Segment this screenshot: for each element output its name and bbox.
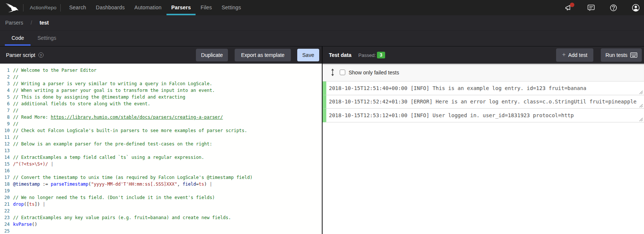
resize-grip-icon[interactable] <box>639 104 643 108</box>
code-line-16: 16 <box>0 167 322 174</box>
top-nav: ActionRepo SearchDashboardsAutomationPar… <box>0 0 644 15</box>
plus-icon: + <box>562 51 565 58</box>
nav-item-files[interactable]: Files <box>196 0 217 15</box>
code-line-19: 19 <box>0 187 322 194</box>
export-template-button[interactable]: Export as template <box>235 49 291 61</box>
code-line-8: 8// Read More: https://library.humio.com… <box>0 114 322 121</box>
run-tests-button[interactable]: Run tests <box>601 48 642 62</box>
parser-help-icon[interactable]: ? <box>38 52 44 58</box>
line-number-6: 6 <box>0 100 10 107</box>
code-line-22: 22 <box>0 208 322 214</box>
parser-script-title: Parser script ? <box>6 47 44 64</box>
announcements-icon[interactable] <box>564 3 573 12</box>
duplicate-button[interactable]: Duplicate <box>196 49 228 61</box>
crowdstrike-falcon-logo[interactable] <box>4 3 19 13</box>
code-line-15: 15/^(?<ts>\S+)/ | <box>0 161 322 167</box>
resize-grip-icon[interactable] <box>639 118 643 121</box>
line-number-25: 25 <box>0 228 10 234</box>
line-number-1: 1 <box>0 67 10 74</box>
keyboard-icon <box>630 52 637 58</box>
code-line-1: 1// Welcome to the Parser Editor <box>0 67 322 74</box>
code-line-2: 2// <box>0 74 322 80</box>
add-test-button[interactable]: +Add test <box>556 48 593 62</box>
show-failed-checkbox[interactable] <box>340 70 345 75</box>
line-number-4: 4 <box>0 87 10 94</box>
line-number-8: 8 <box>0 114 10 121</box>
code-line-12: 12// Below is an example parser for the … <box>0 141 322 147</box>
nav-separator <box>23 4 23 12</box>
code-line-14: 14// ExtractExamples a temp field called… <box>0 154 322 161</box>
resize-grip-icon[interactable] <box>639 90 643 94</box>
tab-settings[interactable]: Settings <box>31 31 63 46</box>
code-line-18: 18@timestamp := parseTimestamp("yyyy-MM-… <box>0 181 322 187</box>
parser-code-editor[interactable]: 1// Welcome to the Parser Editor2//3// W… <box>0 64 322 234</box>
account-icon[interactable] <box>631 3 640 12</box>
nav-item-dashboards[interactable]: Dashboards <box>91 0 130 15</box>
line-number-21: 21 <box>0 201 10 208</box>
test-case-text-2: 2018-10-15T12:52:42+01:30 [ERROR] Here i… <box>329 99 637 105</box>
code-line-3: 3// Writing a parser is very similar to … <box>0 80 322 87</box>
code-line-7: 7// <box>0 107 322 114</box>
line-number-11: 11 <box>0 134 10 141</box>
line-number-5: 5 <box>0 94 10 100</box>
test-filter-row: Show only failed tests <box>323 64 644 81</box>
line-number-12: 12 <box>0 141 10 147</box>
line-number-13: 13 <box>0 147 10 154</box>
passed-count-badge: 3 <box>377 52 385 58</box>
parser-toolbar: Parser script ? Duplicate Export as temp… <box>0 47 322 64</box>
line-number-9: 9 <box>0 121 10 127</box>
notification-dot <box>570 3 574 7</box>
code-line-5: 5// This is done by assigning the @times… <box>0 94 322 100</box>
tab-bar: CodeSettings <box>0 30 644 47</box>
line-number-22: 22 <box>0 208 10 214</box>
toolbar: Parser script ? Duplicate Export as temp… <box>0 47 644 64</box>
line-number-19: 19 <box>0 187 10 194</box>
line-number-10: 10 <box>0 127 10 134</box>
line-number-18: 18 <box>0 181 10 187</box>
nav-item-search[interactable]: Search <box>64 0 91 15</box>
line-number-20: 20 <box>0 194 10 201</box>
line-number-7: 7 <box>0 107 10 114</box>
nav-item-settings[interactable]: Settings <box>217 0 246 15</box>
test-case-row-3[interactable]: 2018-10-15T12:53:12+01:00 [INFO] User lo… <box>323 109 644 122</box>
breadcrumb-parsers[interactable]: Parsers <box>5 20 23 26</box>
save-button[interactable]: Save <box>297 49 319 61</box>
help-icon[interactable] <box>609 3 618 12</box>
line-number-2: 2 <box>0 74 10 80</box>
test-case-text-1: 2018-10-15T12:51:40+00:00 [INFO] This is… <box>329 85 586 91</box>
code-line-10: 10// Check out Falcon LogScale's built-i… <box>0 127 322 134</box>
nav-icons <box>564 0 640 15</box>
line-number-15: 15 <box>0 161 10 167</box>
resize-vertical-icon[interactable] <box>330 68 335 76</box>
breadcrumb-separator: / <box>31 20 32 26</box>
line-number-23: 23 <box>0 214 10 221</box>
code-line-23: 23// ExtractExamples any key value pairs… <box>0 214 322 221</box>
main-content: 1// Welcome to the Parser Editor2//3// W… <box>0 64 644 234</box>
line-number-24: 24 <box>0 221 10 228</box>
line-number-16: 16 <box>0 167 10 174</box>
repo-name[interactable]: ActionRepo <box>30 5 57 10</box>
passed-label: Passed: <box>358 47 376 64</box>
test-panel: Show only failed tests 2018-10-15T12:51:… <box>323 64 644 234</box>
line-number-14: 14 <box>0 154 10 161</box>
breadcrumb-current: test <box>39 20 49 26</box>
code-line-20: 20// We no longer need the ts field. (Do… <box>0 194 322 201</box>
breadcrumb: Parsers / test <box>0 15 644 30</box>
parser-script-label: Parser script <box>6 52 35 58</box>
code-line-24: 24kvParse() <box>0 221 322 228</box>
test-case-row-2[interactable]: 2018-10-15T12:52:42+01:30 [ERROR] Here i… <box>323 95 644 109</box>
test-case-row-1[interactable]: 2018-10-15T12:51:40+00:00 [INFO] This is… <box>323 81 644 95</box>
test-case-text-3: 2018-10-15T12:53:12+01:00 [INFO] User lo… <box>329 112 574 118</box>
nav-separator-2 <box>60 4 61 12</box>
tab-code[interactable]: Code <box>5 31 31 46</box>
code-line-13: 13 <box>0 147 322 154</box>
nav-item-parsers[interactable]: Parsers <box>166 0 196 15</box>
code-line-17: 17// Convert the timestamp to unix time … <box>0 174 322 181</box>
chat-icon[interactable] <box>587 3 596 12</box>
nav-item-automation[interactable]: Automation <box>130 0 166 15</box>
nav-menu: SearchDashboardsAutomationParsersFilesSe… <box>64 0 246 15</box>
show-failed-label: Show only failed tests <box>349 70 399 76</box>
code-line-4: 4// When writing a parser your goal is t… <box>0 87 322 94</box>
test-toolbar: Test data Passed: 3 +Add test Run tests <box>323 47 644 64</box>
code-line-21: 21drop([ts]) | <box>0 201 322 208</box>
